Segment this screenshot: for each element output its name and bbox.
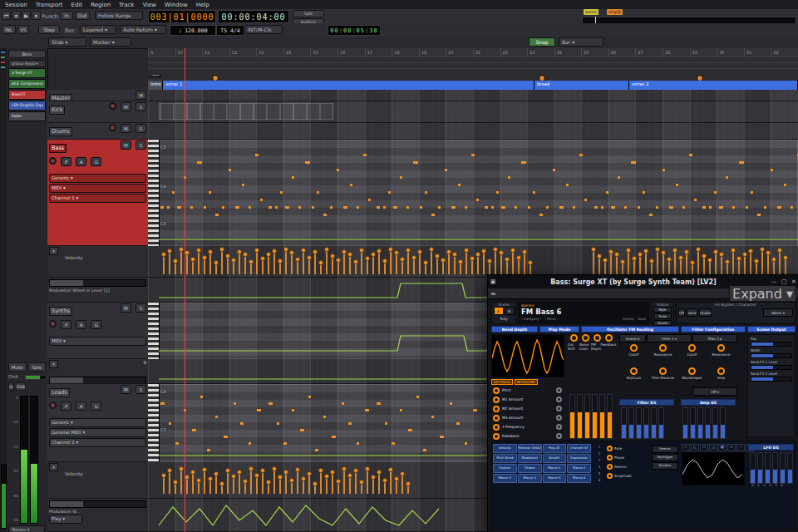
track-name[interactable]: Master	[49, 94, 72, 101]
automation-button[interactable]: A	[76, 157, 86, 166]
fx-bypass-button[interactable]: Global	[699, 308, 712, 317]
mod-source-button[interactable]: Release Velocity	[518, 444, 542, 453]
mute-button[interactable]: M	[121, 385, 131, 394]
group-button[interactable]: G	[91, 401, 101, 411]
track-dropdown[interactable]: Channel 1 ▾	[49, 194, 146, 203]
fx-bypass-button[interactable]: Send	[687, 308, 697, 317]
waveshaper-dropdown[interactable]: Off ▾	[692, 387, 737, 396]
monitor-button[interactable]: Disk	[16, 382, 27, 391]
mod-source-button[interactable]: Pitch Bend	[493, 454, 517, 463]
eg-slider[interactable]	[750, 452, 756, 484]
close-button[interactable]: ✕	[789, 278, 798, 285]
mod-source-button[interactable]: Poly AT	[543, 444, 567, 453]
lane-fader[interactable]	[49, 279, 146, 287]
osc-param[interactable]: M1 Amount	[491, 395, 564, 404]
arrangement-section[interactable]: intro	[148, 81, 163, 90]
vs-toggle[interactable]: VS	[17, 25, 29, 34]
mixer-slider[interactable]	[592, 394, 598, 439]
eg-slider[interactable]	[636, 407, 642, 439]
processor[interactable]: Fader	[8, 111, 46, 121]
output-slider[interactable]: Pan	[751, 337, 792, 347]
arrangement-section[interactable]: break	[534, 81, 629, 90]
transport-toggle[interactable]: Safe	[293, 10, 324, 17]
lane-header-synths-mod[interactable]: ✕ 0 Modulation Wheel or Lever [1]	[47, 359, 148, 384]
eg-slider[interactable]	[621, 407, 627, 439]
edit-mode-dropdown[interactable]: Slide ▾	[48, 37, 86, 47]
mod-source-button[interactable]: Sustain	[493, 464, 517, 473]
menu-item[interactable]: Help	[196, 2, 209, 8]
solo-button[interactable]: S	[135, 124, 146, 133]
play-mode-value[interactable]: Poly	[492, 317, 515, 321]
punch-out-button[interactable]: Out	[75, 11, 90, 20]
track-name[interactable]: Kick	[49, 106, 65, 115]
save-button[interactable]: Save	[638, 317, 646, 321]
osc-toggle[interactable]: KEYTRACK	[491, 379, 513, 385]
monitor-button[interactable]: In	[8, 382, 14, 391]
mute-button[interactable]: M	[121, 303, 131, 313]
piano-keys-leads[interactable]	[148, 384, 160, 462]
mod-source-button[interactable]: Macro 1	[543, 464, 567, 473]
eg-slider[interactable]	[705, 407, 711, 439]
lfo-trigger-button[interactable]: Keytrigger	[652, 454, 678, 461]
osc-param[interactable]: Pitch	[491, 386, 564, 395]
maximize-button[interactable]: ▢	[779, 278, 789, 285]
status-button[interactable]: Mpe	[653, 307, 672, 313]
lane-header-bass-mod[interactable]: 4 Modulation Wheel or Lever [1]	[47, 278, 148, 303]
scene-knob[interactable]: Feedback	[603, 334, 614, 351]
group-button[interactable]: G	[91, 320, 101, 329]
track-header-leads[interactable]: Leads M S P A G Generic ▾General MIDI ▾C…	[47, 384, 148, 462]
lfo-select-button[interactable]: 1	[595, 444, 603, 451]
piano-keys-bass[interactable]	[148, 140, 160, 246]
track-name[interactable]: Leads	[49, 388, 70, 397]
filter-scene-mini[interactable]: Scene A	[619, 334, 646, 342]
status-button[interactable]: Zoom	[653, 320, 672, 326]
track-name[interactable]: Synths	[49, 307, 72, 316]
plugin-window-surge-xt[interactable]: ▣ Bass: Surge XT (by Surge Synth Team) […	[487, 274, 798, 532]
mod-source-button[interactable]: Velocity	[493, 444, 517, 453]
output-slider[interactable]: Send FX 2 Level	[751, 372, 792, 382]
filter-control[interactable]: Amp	[707, 367, 736, 380]
scene-knob[interactable]: Osc Drift	[568, 334, 579, 351]
filter-knob[interactable]: Resonance	[707, 344, 736, 357]
lane-header-leads-velocity[interactable]: ✕ Velocity	[47, 462, 148, 499]
filter-control[interactable]: Keytrack	[619, 367, 648, 380]
lfo-param-knob[interactable]: Rate	[607, 444, 648, 453]
record-enable[interactable]	[49, 401, 57, 409]
mute-button[interactable]: M	[121, 140, 131, 150]
character-dropdown[interactable]: Warm ▾	[763, 308, 793, 317]
strip-track-name[interactable]: Bass	[8, 50, 46, 58]
scene-knob[interactable]: Noise Color	[579, 334, 591, 351]
close-lane-button[interactable]: ✕	[49, 247, 58, 255]
automation-button[interactable]: A	[76, 401, 86, 411]
auto-return-dropdown[interactable]: Auto Return ▾	[120, 25, 166, 34]
track-header-kick[interactable]: Kick M S	[47, 101, 148, 123]
eg-slider[interactable]	[787, 452, 793, 484]
lane-play-dropdown[interactable]: Play ▾	[49, 515, 82, 524]
mod-source-button[interactable]: Macro 3	[493, 474, 517, 483]
eg-slider[interactable]	[772, 452, 778, 484]
lfo-select-button[interactable]: 2	[595, 451, 603, 457]
transport-button[interactable]: ▶	[22, 11, 31, 20]
mixer-slider[interactable]	[569, 394, 575, 439]
primary-clock[interactable]: 003|01|0000	[148, 10, 216, 23]
patch-browser[interactable]: Basses FM Bass 6 ‹ Category › ‹ Patch › …	[518, 302, 649, 324]
eg-slider[interactable]	[643, 407, 649, 439]
timeline-marker[interactable]: verse	[584, 9, 598, 15]
record-enable[interactable]	[109, 102, 116, 110]
mod-source-button[interactable]: Breath	[543, 454, 567, 463]
lfo-shape-button[interactable]: ≈	[727, 444, 736, 451]
follow-range-button[interactable]: Follow Range	[95, 11, 143, 20]
eg-slider[interactable]	[690, 407, 696, 439]
track-canvas-master[interactable]	[148, 90, 798, 101]
arrangement-section[interactable]: verse 2	[629, 81, 798, 90]
history-button[interactable]: History	[623, 317, 634, 321]
lane-header-bass-velocity[interactable]: ✕ Velocity	[47, 246, 148, 278]
eg-slider[interactable]	[651, 407, 657, 439]
scene-a-button[interactable]: A	[494, 307, 504, 315]
rec-mode-dropdown[interactable]: Layered ▾	[80, 25, 116, 34]
mute-button[interactable]: Mute	[8, 362, 27, 372]
track-dropdown[interactable]: Channel 1 ▾	[49, 438, 146, 447]
track-canvas-drums[interactable]	[148, 123, 798, 140]
lfo-shape-button[interactable]: ◿	[709, 444, 717, 451]
record-enable[interactable]	[49, 320, 57, 328]
